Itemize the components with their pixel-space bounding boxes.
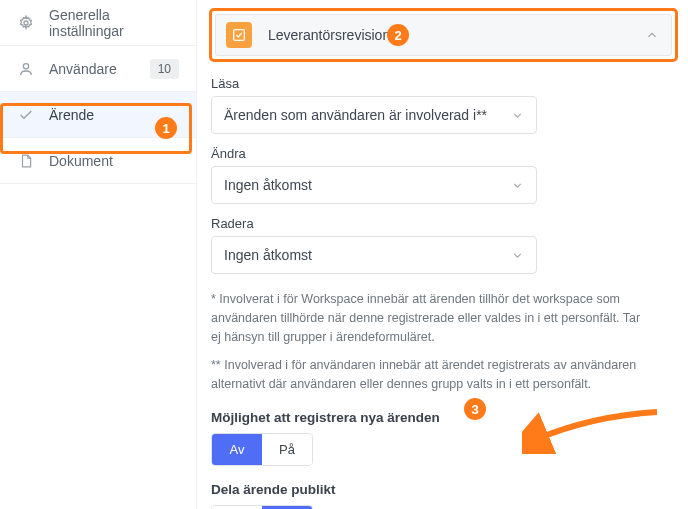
chevron-down-icon: [511, 109, 524, 122]
audit-icon: [226, 22, 252, 48]
footnote-2: ** Involverad i för användaren innebär a…: [211, 356, 651, 394]
register-off[interactable]: Av: [212, 434, 262, 465]
svg-point-1: [23, 63, 28, 68]
callout-badge-1: 1: [155, 117, 177, 139]
chevron-up-icon: [645, 28, 659, 42]
document-icon: [17, 152, 35, 170]
sidebar-item-documents[interactable]: Dokument: [0, 138, 196, 184]
delete-value: Ingen åtkomst: [224, 247, 511, 263]
chevron-down-icon: [511, 249, 524, 262]
delete-label: Radera: [211, 216, 678, 231]
edit-label: Ändra: [211, 146, 678, 161]
register-on[interactable]: På: [262, 434, 312, 465]
sidebar-item-general[interactable]: Generella inställningar: [0, 0, 196, 46]
edit-value: Ingen åtkomst: [224, 177, 511, 193]
share-toggle: Av På: [211, 505, 313, 509]
sidebar-item-label: Dokument: [49, 153, 179, 169]
delete-select[interactable]: Ingen åtkomst: [211, 236, 537, 274]
footnote-1: * Involverat i för Workspace innebär att…: [211, 290, 651, 346]
svg-point-0: [24, 21, 28, 25]
sidebar-item-users[interactable]: Användare 10: [0, 46, 196, 92]
share-heading: Dela ärende publikt: [211, 482, 678, 497]
register-heading: Möjlighet att registrera nya ärenden: [211, 410, 678, 425]
section-header[interactable]: Leverantörsrevision: [215, 14, 672, 56]
chevron-down-icon: [511, 179, 524, 192]
settings-sidebar: Generella inställningar Användare 10 Äre…: [0, 0, 197, 509]
callout-badge-3: 3: [464, 398, 486, 420]
edit-select[interactable]: Ingen åtkomst: [211, 166, 537, 204]
sidebar-item-label: Generella inställningar: [49, 7, 179, 39]
read-select[interactable]: Ärenden som användaren är involverad i**: [211, 96, 537, 134]
callout-badge-2: 2: [387, 24, 409, 46]
settings-content: Leverantörsrevision 2 Läsa Ärenden som a…: [197, 0, 688, 509]
read-label: Läsa: [211, 76, 678, 91]
sidebar-item-label: Användare: [49, 61, 150, 77]
callout-highlight-2: Leverantörsrevision 2: [209, 8, 678, 62]
register-toggle: Av På: [211, 433, 313, 466]
user-icon: [17, 60, 35, 78]
section-title: Leverantörsrevision: [268, 27, 645, 43]
user-count-badge: 10: [150, 59, 179, 79]
read-value: Ärenden som användaren är involverad i**: [224, 107, 511, 123]
gear-icon: [17, 14, 35, 32]
svg-rect-2: [234, 30, 245, 41]
check-icon: [17, 106, 35, 124]
